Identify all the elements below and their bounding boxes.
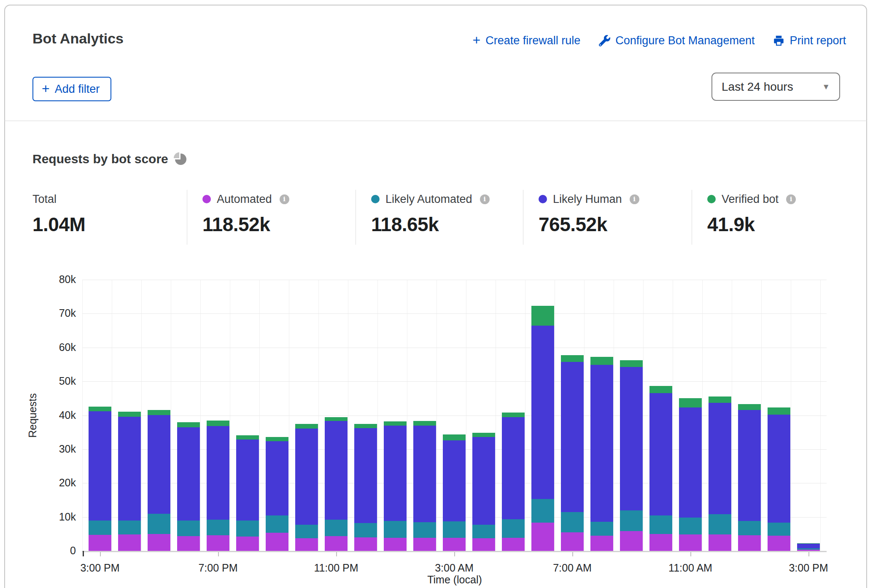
bar-segment-verified-bot (384, 421, 407, 426)
bar-11-00-am[interactable] (679, 280, 702, 551)
bar-segment-verified-bot (561, 355, 584, 361)
bar-10-00-pm[interactable] (295, 280, 318, 551)
bar-segment-likely-human (531, 326, 554, 499)
configure-bot-management-label: Configure Bot Management (615, 34, 754, 47)
bar-segment-likely-human (118, 417, 141, 521)
bar-segment-likely-automated (118, 521, 141, 535)
header-actions: + Create firewall rule Configure Bot Man… (472, 34, 846, 47)
bar-segment-likely-automated (679, 518, 702, 534)
stat-likely-human-label: Likely Human (553, 193, 622, 206)
stat-likely-human[interactable]: Likely Human i 765.52k (539, 192, 639, 236)
bar-segment-automated (266, 533, 288, 551)
bar-segment-likely-human (354, 428, 377, 523)
info-icon[interactable]: i (480, 194, 490, 204)
bar-segment-likely-human (413, 426, 436, 522)
bar-segment-likely-human (89, 411, 111, 521)
bar-10-00-am[interactable] (649, 280, 672, 551)
bar-segment-likely-automated (177, 521, 200, 536)
bar-segment-automated (620, 531, 643, 551)
bar-3-00-pm[interactable] (89, 280, 111, 551)
header-divider (4, 121, 867, 121)
print-report-link[interactable]: Print report (773, 34, 846, 47)
bar-1-00-pm[interactable] (738, 280, 761, 551)
add-filter-label: Add filter (55, 83, 100, 96)
bar-5-00-pm[interactable] (148, 280, 170, 551)
bar-segment-automated (148, 534, 170, 551)
bar-segment-verified-bot (443, 434, 466, 440)
print-report-label: Print report (789, 34, 846, 47)
stat-verified-bot[interactable]: Verified bot i 41.9k (707, 192, 796, 236)
bar-2-00-pm[interactable] (768, 280, 790, 551)
bar-6-00-am[interactable] (531, 280, 554, 551)
bar-segment-likely-automated (443, 521, 466, 538)
bar-segment-verified-bot (413, 421, 436, 426)
bar-11-00-pm[interactable] (325, 280, 348, 551)
bar-segment-likely-automated (768, 523, 790, 536)
section-heading: Requests by bot score (32, 152, 186, 166)
bar-7-00-am[interactable] (561, 280, 584, 551)
bar-segment-likely-human (797, 543, 820, 548)
bar-segment-likely-automated (797, 548, 820, 549)
time-range-select[interactable]: Last 24 hours ▼ (711, 73, 840, 101)
stat-verified-bot-value: 41.9k (707, 213, 796, 236)
add-filter-button[interactable]: + Add filter (32, 77, 111, 101)
bar-segment-verified-bot (207, 421, 229, 426)
info-icon[interactable]: i (786, 194, 796, 204)
bar-4-00-pm[interactable] (118, 280, 141, 551)
bar-8-00-pm[interactable] (236, 280, 259, 551)
bar-4-00-am[interactable] (472, 280, 495, 551)
bar-segment-verified-bot (354, 424, 377, 428)
bar-segment-likely-human (207, 426, 229, 520)
bar-segment-automated (325, 536, 348, 551)
bar-segment-verified-bot (502, 413, 525, 417)
page-title: Bot Analytics (32, 30, 124, 47)
bar-segment-likely-automated (649, 515, 672, 534)
bar-1-00-am[interactable] (384, 280, 407, 551)
bar-segment-verified-bot (620, 360, 643, 367)
bar-9-00-pm[interactable] (266, 280, 288, 551)
bar-segment-likely-human (148, 415, 170, 514)
info-icon[interactable]: i (630, 194, 639, 204)
bar-5-00-am[interactable] (502, 280, 525, 551)
bar-segment-verified-bot (89, 407, 111, 411)
chevron-down-icon: ▼ (822, 82, 830, 92)
info-icon[interactable]: i (280, 194, 289, 204)
bar-segment-likely-automated (207, 520, 229, 535)
bar-segment-likely-automated (709, 514, 731, 534)
bar-8-00-am[interactable] (590, 280, 613, 551)
bar-segment-automated (295, 538, 318, 551)
bar-3-00-am[interactable] (443, 280, 466, 551)
create-firewall-rule-link[interactable]: + Create firewall rule (472, 34, 580, 47)
bar-segment-automated (384, 538, 407, 551)
bar-2-00-am[interactable] (413, 280, 436, 551)
bar-segment-likely-automated (89, 521, 111, 535)
bar-segment-automated (561, 532, 584, 551)
bar-segment-likely-human (384, 426, 407, 521)
likely-human-legend-dot (539, 195, 547, 203)
bar-12-00-am[interactable] (354, 280, 377, 551)
bar-segment-automated (89, 535, 111, 551)
bar-3-00-pm[interactable] (797, 280, 820, 551)
bar-segment-automated (354, 537, 377, 551)
bar-9-00-am[interactable] (620, 280, 643, 551)
stat-likely-automated-value: 118.65k (371, 213, 490, 236)
stat-total-label: Total (32, 193, 57, 206)
bar-segment-likely-automated (354, 523, 377, 537)
bar-segment-likely-human (236, 440, 259, 521)
bar-12-00-pm[interactable] (709, 280, 731, 551)
bar-segment-likely-human (266, 441, 288, 516)
bar-segment-automated (472, 538, 495, 551)
stat-separator (187, 190, 187, 245)
bar-6-00-pm[interactable] (177, 280, 200, 551)
bar-segment-verified-bot (797, 543, 820, 544)
bar-segment-likely-automated (502, 519, 525, 537)
stat-automated[interactable]: Automated i 118.52k (202, 192, 289, 236)
stat-automated-value: 118.52k (202, 213, 289, 236)
bar-segment-automated (177, 536, 200, 551)
bar-segment-automated (531, 523, 554, 551)
stat-likely-automated[interactable]: Likely Automated i 118.65k (371, 192, 490, 236)
configure-bot-management-link[interactable]: Configure Bot Management (599, 34, 754, 47)
stat-separator (692, 190, 692, 245)
bar-segment-automated (236, 537, 259, 551)
bar-7-00-pm[interactable] (207, 280, 229, 551)
